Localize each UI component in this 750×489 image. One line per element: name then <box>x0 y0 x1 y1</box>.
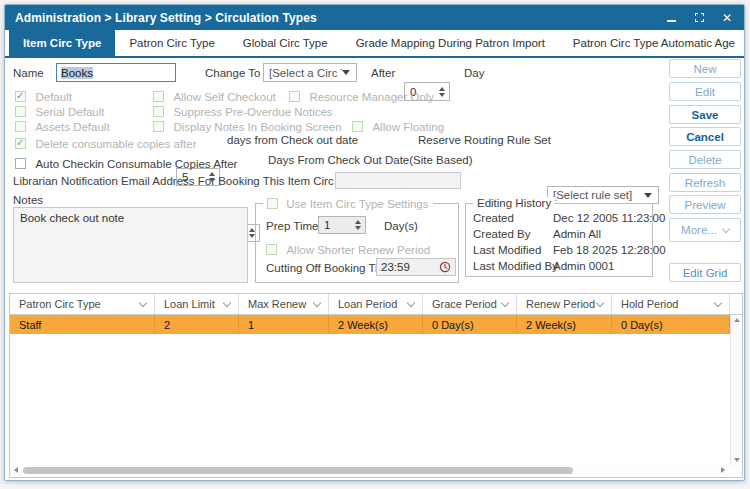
auto-checkin-checkbox[interactable] <box>15 158 26 169</box>
grid-header-row: Patron Circ Type Loan Limit Max Renew Lo… <box>10 294 742 315</box>
column-header-label: Renew Period <box>526 298 595 310</box>
column-header-label: Max Renew <box>248 298 306 310</box>
notes-textarea[interactable]: Book check out note <box>13 207 248 283</box>
column-header-patron-circ-type[interactable]: Patron Circ Type <box>10 294 155 314</box>
cell-grace-period: 0 Day(s) <box>423 315 517 334</box>
prep-time-value: 1 <box>319 219 351 231</box>
use-circ-settings-checkbox[interactable] <box>267 198 278 209</box>
column-header-loan-limit[interactable]: Loan Limit <box>155 294 239 314</box>
save-button[interactable]: Save <box>669 105 741 124</box>
allow-self-checkout-checkbox[interactable] <box>153 91 164 102</box>
assets-default-checkbox[interactable] <box>15 121 26 132</box>
circ-settings-legend: Use Item Circ Type Settings <box>263 197 433 210</box>
tab-item-circ-type[interactable]: Item Circ Type <box>9 30 115 56</box>
minimize-icon[interactable] <box>664 11 678 25</box>
chevron-down-icon <box>223 299 231 307</box>
edit-grid-button[interactable]: Edit Grid <box>669 263 741 282</box>
close-icon[interactable] <box>720 11 734 25</box>
checkbox-allow-shorter-renew[interactable]: Allow Shorter Renew Period <box>266 240 430 258</box>
delete-button[interactable]: Delete <box>669 150 741 169</box>
cutoff-time-label: Cutting Off Booking Time <box>266 262 394 274</box>
circ-settings-group: Use Item Circ Type Settings Prep Time 1 … <box>255 203 459 283</box>
tab-automatic-age[interactable]: Patron Circ Type Automatic Age <box>559 30 749 56</box>
delete-consumable-checkbox[interactable] <box>15 138 26 149</box>
allow-self-checkout-label: Allow Self Checkout <box>173 91 275 103</box>
scrollbar-thumb[interactable] <box>23 467 573 474</box>
scroll-down-icon[interactable] <box>734 458 740 462</box>
serial-default-label: Serial Default <box>35 106 104 118</box>
patron-circ-grid: Patron Circ Type Loan Limit Max Renew Lo… <box>9 293 743 478</box>
maximize-icon[interactable] <box>692 11 706 25</box>
checkbox-display-notes-booking[interactable]: Display Notes In Booking Screen <box>153 117 342 135</box>
table-row-staff[interactable]: Staff 2 1 2 Week(s) 0 Day(s) 2 Week(s) 0… <box>10 315 742 334</box>
tab-bar: Item Circ Type Patron Circ Type Global C… <box>5 30 744 58</box>
checkbox-allow-floating[interactable]: Allow Floating <box>352 117 444 135</box>
column-header-max-renew[interactable]: Max Renew <box>239 294 329 314</box>
default-label: Default <box>35 91 71 103</box>
serial-default-checkbox[interactable] <box>15 106 26 117</box>
cell-max-renew: 1 <box>239 315 329 334</box>
window-title: Administration > Library Setting > Circu… <box>15 11 317 25</box>
after-label: After <box>371 67 395 79</box>
resource-manager-only-checkbox[interactable] <box>289 91 300 102</box>
cancel-button[interactable]: Cancel <box>669 127 741 146</box>
scroll-left-icon[interactable] <box>14 467 18 473</box>
cell-loan-period: 2 Week(s) <box>329 315 423 334</box>
cell-loan-limit: 2 <box>155 315 239 334</box>
chevron-down-icon <box>342 70 350 75</box>
column-header-grace-period[interactable]: Grace Period <box>423 294 517 314</box>
tab-patron-circ-type[interactable]: Patron Circ Type <box>115 30 228 56</box>
column-header-label: Loan Limit <box>164 298 215 310</box>
scroll-up-icon[interactable] <box>734 318 740 322</box>
window-controls <box>664 11 734 25</box>
chevron-down-icon <box>501 299 509 307</box>
use-circ-settings-label: Use Item Circ Type Settings <box>286 198 428 210</box>
more-button[interactable]: More... <box>669 218 741 242</box>
cutoff-time-value: 23:59 <box>381 261 439 273</box>
preview-button[interactable]: Preview <box>669 195 741 214</box>
reserve-routing-label: Reserve Routing Rule Set <box>418 134 551 146</box>
spinner-arrows-icon[interactable] <box>435 83 449 100</box>
prep-time-stepper[interactable]: 1 <box>318 216 366 234</box>
default-checkbox[interactable] <box>15 91 26 102</box>
chevron-down-icon <box>722 224 730 232</box>
change-to-dropdown[interactable]: [Select a Circ Ty <box>263 63 357 82</box>
display-notes-booking-label: Display Notes In Booking Screen <box>173 121 341 133</box>
suppress-pre-overdue-checkbox[interactable] <box>153 106 164 117</box>
tab-global-circ-type[interactable]: Global Circ Type <box>229 30 342 56</box>
reserve-routing-dropdown[interactable]: [Select rule set] <box>547 186 659 204</box>
allow-shorter-renew-label: Allow Shorter Renew Period <box>286 244 430 256</box>
change-to-label: Change To <box>205 67 260 79</box>
checkbox-delete-consumable[interactable]: Delete consumable copies after <box>15 134 197 152</box>
column-header-renew-period[interactable]: Renew Period <box>517 294 612 314</box>
column-header-label: Loan Period <box>338 298 397 310</box>
display-notes-booking-checkbox[interactable] <box>153 121 164 132</box>
notes-label: Notes <box>13 194 43 206</box>
resource-manager-only-label: Resource Manager Only <box>309 91 434 103</box>
column-header-hold-period[interactable]: Hold Period <box>612 294 730 314</box>
tab-grade-mapping[interactable]: Grade Mapping During Patron Import <box>342 30 559 56</box>
cutoff-time-input[interactable]: 23:59 <box>376 258 456 276</box>
horizontal-scrollbar[interactable] <box>11 465 729 476</box>
column-header-loan-period[interactable]: Loan Period <box>329 294 423 314</box>
allow-floating-checkbox[interactable] <box>352 121 363 132</box>
name-input-value: Books <box>61 67 93 79</box>
auto-checkin-label: Auto Checkin Consumable Copies After <box>35 158 237 170</box>
allow-shorter-renew-checkbox[interactable] <box>266 244 277 255</box>
checkbox-auto-checkin[interactable]: Auto Checkin Consumable Copies After <box>15 154 237 172</box>
last-modified-label: Last Modified <box>473 244 541 256</box>
refresh-button[interactable]: Refresh <box>669 173 741 192</box>
vertical-scrollbar[interactable] <box>730 315 742 465</box>
cell-hold-period: 0 Day(s) <box>612 315 730 334</box>
scroll-right-icon[interactable] <box>721 467 725 473</box>
name-input[interactable]: Books <box>56 63 176 82</box>
email-field[interactable] <box>335 172 461 189</box>
new-button[interactable]: New <box>669 59 741 78</box>
assets-default-label: Assets Default <box>35 121 109 133</box>
edit-button[interactable]: Edit <box>669 82 741 101</box>
spinner-arrows-icon[interactable] <box>351 217 365 233</box>
day-label: Day <box>464 67 484 79</box>
app-window: Administration > Library Setting > Circu… <box>4 4 745 481</box>
delete-consumable-suffix: days from Check out date <box>227 134 358 146</box>
checkbox-assets-default[interactable]: Assets Default <box>15 117 110 135</box>
